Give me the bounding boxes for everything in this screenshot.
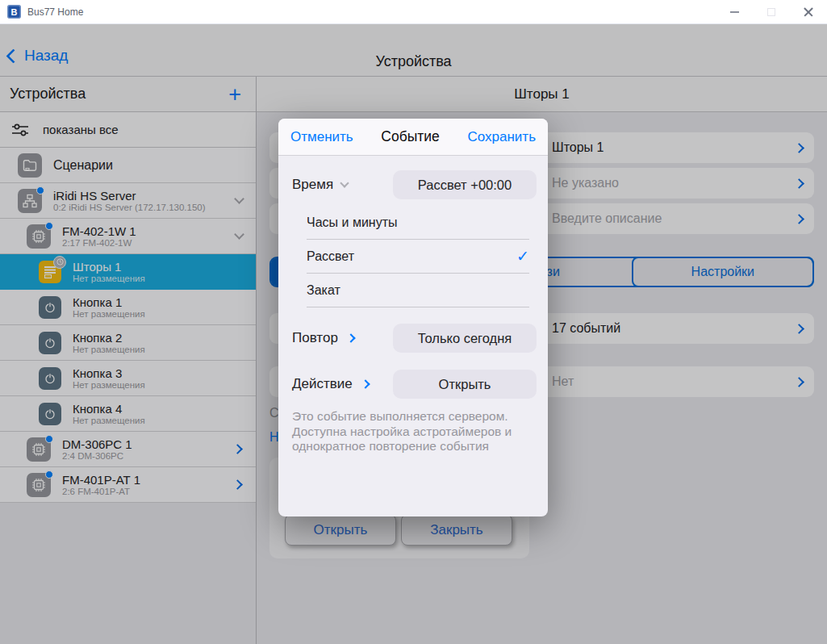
- minimize-button[interactable]: [716, 0, 753, 23]
- close-button[interactable]: [790, 0, 827, 23]
- info-text: Это событие выполняется сервером. Доступ…: [292, 409, 541, 454]
- option-label: Рассвет: [307, 249, 354, 264]
- modal-header: Отменить Событие Сохранить: [278, 119, 548, 156]
- action-label: Действие: [292, 376, 353, 392]
- chevron-right-icon[interactable]: [361, 379, 370, 388]
- maximize-button[interactable]: [753, 0, 790, 23]
- minimize-icon: [730, 11, 739, 13]
- repeat-row: Повтор Только сегодня: [292, 324, 537, 353]
- option-label: Закат: [307, 283, 340, 298]
- repeat-label: Повтор: [292, 330, 338, 346]
- modal-title: Событие: [353, 128, 468, 145]
- repeat-value-pill[interactable]: Только сегодня: [393, 324, 537, 353]
- save-button[interactable]: Сохранить: [468, 129, 536, 145]
- app-logo-icon: B: [7, 5, 21, 19]
- action-value-pill[interactable]: Открыть: [393, 370, 537, 399]
- window-title: Bus77 Home: [27, 6, 83, 18]
- chevron-down-icon[interactable]: [340, 178, 349, 187]
- maximize-icon: [767, 8, 775, 16]
- titlebar: B Bus77 Home: [0, 0, 827, 24]
- event-dialog: Отменить Событие Сохранить Время Рассвет…: [278, 119, 548, 516]
- check-icon: ✓: [516, 247, 529, 266]
- time-row: Время Рассвет +00:00: [292, 170, 537, 199]
- option-label: Часы и минуты: [307, 215, 398, 230]
- chevron-right-icon[interactable]: [346, 333, 355, 342]
- cancel-button[interactable]: Отменить: [290, 129, 353, 145]
- close-icon: [804, 7, 813, 17]
- option-sunrise[interactable]: Рассвет ✓: [307, 240, 529, 274]
- time-label: Время: [292, 177, 333, 193]
- option-sunset[interactable]: Закат: [307, 274, 529, 307]
- option-hours-minutes[interactable]: Часы и минуты: [307, 206, 529, 240]
- time-value-pill[interactable]: Рассвет +00:00: [393, 170, 537, 199]
- action-row: Действие Открыть: [292, 370, 537, 399]
